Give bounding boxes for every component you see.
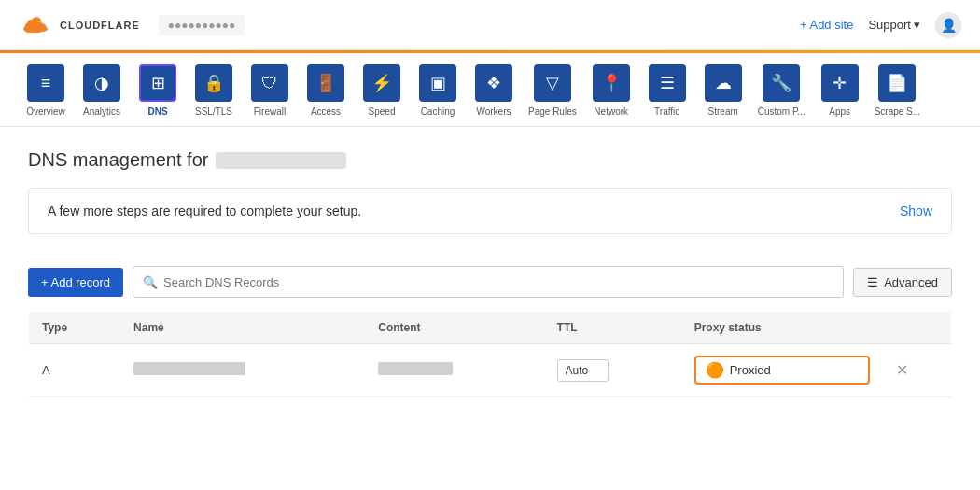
add-record-button[interactable]: + Add record — [28, 268, 123, 297]
support-label: Support — [868, 18, 911, 32]
logo-area: CLOUDFLARE — [19, 8, 140, 42]
search-wrapper: 🔍 — [133, 266, 844, 298]
nav-item-caching[interactable]: ▣ Caching — [411, 64, 465, 126]
record-name-blur — [133, 362, 245, 375]
account-icon[interactable]: 👤 — [935, 12, 961, 38]
nav-icon-ssl-tls: 🔒 — [195, 64, 232, 102]
support-chevron-icon: ▾ — [914, 18, 920, 32]
nav-tabs: ≡ Overview ◑ Analytics ⊞ DNS 🔒 SSL/TLS 🛡… — [0, 53, 980, 127]
nav-icon-speed: ⚡ — [363, 64, 400, 102]
domain-label: ●●●●●●●●●● — [159, 15, 245, 35]
nav-label-network: Network — [594, 106, 628, 117]
record-delete-cell: ✕ — [883, 344, 952, 397]
nav-label-workers: Workers — [476, 106, 511, 117]
nav-icon-page-rules: ▽ — [534, 64, 571, 102]
page-title: DNS management for — [28, 149, 952, 171]
col-header-content: Content — [365, 312, 543, 344]
nav-item-page-rules[interactable]: ▽ Page Rules — [523, 64, 582, 126]
nav-item-apps[interactable]: ✛ Apps — [813, 64, 867, 126]
dns-table: TypeNameContentTTLProxy statusAAuto 🟠 Pr… — [28, 311, 952, 425]
search-icon: 🔍 — [143, 275, 158, 289]
nav-item-speed[interactable]: ⚡ Speed — [355, 64, 409, 126]
domain-blur — [216, 152, 346, 169]
header-right: + Add site Support ▾ 👤 — [800, 12, 961, 38]
setup-banner: A few more steps are required to complet… — [28, 188, 952, 234]
record-name — [120, 344, 365, 397]
nav-icon-traffic: ☰ — [649, 64, 686, 102]
nav-icon-network: 📍 — [593, 64, 630, 102]
nav-icon-firewall: 🛡 — [251, 64, 288, 102]
nav-item-stream[interactable]: ☁ Stream — [696, 64, 750, 126]
show-link[interactable]: Show — [900, 203, 932, 218]
support-button[interactable]: Support ▾ — [868, 18, 920, 32]
nav-icon-analytics: ◑ — [83, 64, 120, 102]
nav-label-dns: DNS — [147, 106, 167, 117]
nav-label-custom-pages: Custom P... — [758, 106, 805, 117]
record-content-blur — [378, 362, 453, 375]
nav-label-apps: Apps — [829, 106, 850, 117]
nav-label-traffic: Traffic — [654, 106, 679, 117]
nav-item-dns[interactable]: ⊞ DNS — [131, 64, 185, 126]
nav-icon-overview: ≡ — [27, 64, 64, 102]
delete-record-button[interactable]: ✕ — [896, 361, 908, 379]
nav-item-ssl-tls[interactable]: 🔒 SSL/TLS — [187, 64, 241, 126]
main-content: DNS management for A few more steps are … — [0, 127, 980, 447]
nav-label-analytics: Analytics — [83, 106, 120, 117]
record-type: A — [29, 344, 121, 397]
nav-label-ssl-tls: SSL/TLS — [195, 106, 232, 117]
nav-icon-access: 🚪 — [307, 64, 344, 102]
nav-item-traffic[interactable]: ☰ Traffic — [640, 64, 694, 126]
col-header-ttl: TTL — [544, 312, 681, 344]
nav-icon-workers: ❖ — [475, 64, 512, 102]
nav-item-access[interactable]: 🚪 Access — [299, 64, 353, 126]
search-input[interactable] — [163, 275, 833, 289]
advanced-list-icon: ☰ — [867, 275, 878, 289]
cloudflare-logo-text: CLOUDFLARE — [60, 20, 140, 31]
col-header-type: Type — [29, 312, 121, 344]
nav-item-analytics[interactable]: ◑ Analytics — [75, 64, 129, 126]
nav-icon-caching: ▣ — [419, 64, 456, 102]
nav-label-overview: Overview — [26, 106, 65, 117]
proxy-status-label: Proxied — [730, 363, 771, 377]
col-header- — [883, 312, 952, 344]
nav-icon-stream: ☁ — [705, 64, 742, 102]
nav-label-page-rules: Page Rules — [528, 106, 577, 117]
nav-label-speed: Speed — [369, 106, 396, 117]
header-left: CLOUDFLARE ●●●●●●●●●● — [19, 8, 245, 42]
nav-item-network[interactable]: 📍 Network — [584, 64, 638, 126]
nav-icon-dns: ⊞ — [139, 64, 176, 102]
nav-label-firewall: Firewall — [254, 106, 286, 117]
orange-cloud-icon: 🟠 — [706, 361, 724, 379]
nav-label-caching: Caching — [421, 106, 455, 117]
empty-row-cell — [29, 397, 952, 425]
table-row-empty — [29, 397, 952, 425]
nav-label-scrape-shield: Scrape S... — [875, 106, 920, 117]
nav-icon-custom-pages: 🔧 — [763, 64, 800, 102]
nav-item-scrape-shield[interactable]: 📄 Scrape S... — [869, 64, 926, 126]
advanced-label: Advanced — [884, 275, 938, 289]
nav-item-firewall[interactable]: 🛡 Firewall — [243, 64, 297, 126]
ttl-select[interactable]: Auto — [557, 359, 609, 382]
record-ttl: Auto — [544, 344, 681, 397]
record-content — [365, 344, 543, 397]
svg-point-3 — [23, 25, 48, 32]
add-site-button[interactable]: + Add site — [800, 18, 853, 32]
cloudflare-logo-icon — [19, 8, 52, 42]
nav-icon-apps: ✛ — [821, 64, 859, 102]
col-header-name: Name — [120, 312, 365, 344]
page-title-text: DNS management for — [28, 149, 208, 171]
dns-toolbar: + Add record 🔍 ☰ Advanced — [28, 253, 952, 311]
nav-label-stream: Stream — [708, 106, 738, 117]
record-proxy-status: 🟠 Proxied — [681, 344, 883, 397]
header: CLOUDFLARE ●●●●●●●●●● + Add site Support… — [0, 0, 980, 50]
col-header-proxy-status: Proxy status — [681, 312, 883, 344]
nav-icon-scrape-shield: 📄 — [878, 64, 916, 102]
nav-label-access: Access — [311, 106, 341, 117]
advanced-button[interactable]: ☰ Advanced — [853, 268, 952, 297]
proxy-badge[interactable]: 🟠 Proxied — [694, 356, 870, 385]
table-row: AAuto 🟠 Proxied ✕ — [29, 344, 952, 397]
nav-item-overview[interactable]: ≡ Overview — [19, 64, 73, 126]
nav-item-custom-pages[interactable]: 🔧 Custom P... — [752, 64, 811, 126]
nav-item-workers[interactable]: ❖ Workers — [467, 64, 521, 126]
setup-banner-text: A few more steps are required to complet… — [48, 203, 361, 218]
